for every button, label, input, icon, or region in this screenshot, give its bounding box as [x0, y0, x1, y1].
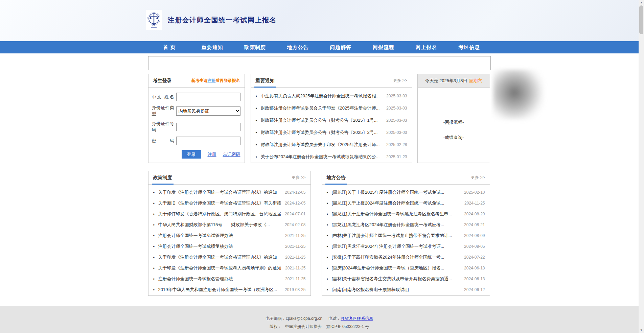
vertical-scrollbar[interactable]: ▲ ▼ — [639, 0, 644, 333]
scroll-up-arrow-icon[interactable]: ▲ — [639, 0, 644, 5]
local-item: • [黑龙江]黑龙江省2024年注册会计师全国统一考试准考证... 2024-0… — [322, 241, 490, 252]
notices-panel: 重要通知 更多 >> • 中注协有关负责人就2025年注册会计师全国统一考试报名… — [251, 74, 412, 163]
policy-item-link[interactable]: 注册会计师全国统一考试报名管理办法 — [158, 276, 282, 282]
bullet-icon: • — [256, 142, 261, 147]
local-more-link[interactable]: 更多 >> — [471, 175, 485, 181]
nav-item[interactable]: 重要通知 — [191, 41, 234, 53]
local-item-date: 2024-08-29 — [464, 212, 485, 216]
local-item-link[interactable]: [黑龙江]关于上报2025年度注册会计师全国统一考试免试... — [332, 189, 461, 195]
policy-item-link[interactable]: 注册会计师全国统一考试免试管理办法 — [158, 233, 282, 239]
local-item-link[interactable]: [吉林]关于吉林省报名考生交费以及申请开具报名费票据的通... — [332, 276, 461, 282]
local-item-link[interactable]: [重庆]2024年注册会计师全国统一考试（重庆地区）报名... — [332, 265, 461, 271]
contact-info-link[interactable]: 各省考区联系信息 — [341, 316, 373, 321]
policy-item-date: 2021-11-25 — [285, 233, 306, 238]
policy-item: • 关于印发《注册会计师全国统一考试应考人员考场守则》的通知 2021-11-2… — [148, 263, 310, 273]
bullet-icon: • — [256, 106, 261, 111]
password-input[interactable] — [176, 137, 240, 145]
nav-item[interactable]: 首 页 — [148, 41, 191, 53]
score-quick-link[interactable]: -成绩查询- — [418, 135, 490, 141]
id-type-select[interactable]: 内地居民身份证 — [176, 106, 240, 116]
nav-item[interactable]: 网上报名 — [405, 41, 448, 53]
local-item-link[interactable]: [黑龙江]关于上报2024年度注册会计师全国统一考试免试... — [332, 200, 461, 206]
scroll-down-arrow-icon[interactable]: ▼ — [639, 328, 644, 333]
nav-item[interactable]: 政策制度 — [234, 41, 277, 53]
flow-quick-link[interactable]: -网报流程- — [418, 119, 490, 125]
notice-item-date: 2025-01-23 — [386, 154, 407, 159]
policy-item-date: 2024-12-05 — [285, 201, 305, 206]
bullet-icon: • — [153, 255, 158, 260]
bullet-icon: • — [327, 266, 332, 271]
nav-item[interactable]: 问题解答 — [319, 41, 362, 53]
policy-item-date: 2021-11-25 — [285, 277, 306, 281]
policy-item: • 关于新旧《注册会计师全国统一考试合格证管理办法》有关衔接... 2024-1… — [148, 198, 310, 209]
scrollbar-thumb[interactable] — [639, 5, 643, 34]
policy-item: • 注册会计师全国统一考试报名管理办法 2021-11-25 — [148, 273, 310, 284]
login-subtitle: 新考生请注册后再登录报名 — [191, 78, 240, 84]
policies-more-link[interactable]: 更多 >> — [292, 175, 305, 181]
name-input[interactable] — [176, 93, 240, 101]
policy-item-link[interactable]: 关于印发《注册会计师全国统一考试合格证管理办法》的通知 — [158, 254, 282, 260]
policies-title-underline — [152, 184, 174, 185]
policy-item-date: 2024-12-05 — [285, 190, 305, 195]
local-item-link[interactable]: [黑龙江]黑龙江省2024年注册会计师全国统一考试准考证... — [332, 243, 461, 249]
notice-item: • 财政部注册会计师考试委员会关于印发《2025年注册会计师... 2025-0… — [251, 102, 412, 114]
notice-item-link[interactable]: 财政部注册会计师考试委员会关于印发《2025年注册会计师... — [261, 105, 383, 111]
policy-item-link[interactable]: 关于新旧《注册会计师全国统一考试合格证管理办法》有关衔接... — [158, 200, 282, 206]
local-item-link[interactable]: [吉林]关于注册会计师全国统一考试禁止携带不符合要求的计... — [332, 233, 461, 239]
id-number-input[interactable] — [176, 123, 240, 131]
policy-item: • 注册会计师全国统一考试成绩复核办法 2021-11-25 — [148, 241, 310, 252]
local-item-link[interactable]: [黑龙江]黑龙江考区2024年注册会计师全国统一考试应考... — [332, 222, 461, 228]
local-item-date: 2024-11-25 — [464, 201, 485, 206]
local-item: • [吉林]关于注册会计师全国统一考试禁止携带不符合要求的计... 2024-0… — [322, 230, 490, 241]
register-inline-link[interactable]: 注册 — [208, 78, 216, 83]
policy-item: • 关于修订印发《香港特别行政区、澳门特别行政区、台湾地区居... 2024-0… — [148, 209, 310, 219]
policy-item-link[interactable]: 注册会计师全国统一考试成绩复核办法 — [158, 243, 282, 249]
notice-item-date: 2025-02-28 — [386, 142, 407, 147]
policy-item-link[interactable]: 关于修订印发《香港特别行政区、澳门特别行政区、台湾地区居... — [158, 211, 282, 217]
policy-item-link[interactable]: 2019年中华人民共和国注册会计师全国统一考试（欧洲考区... — [158, 287, 282, 293]
policy-item-date: 2024-07-01 — [285, 212, 305, 216]
notice-item: • 财政部注册会计师考试委员会公告（财考公告〔2025〕1号... 2025-0… — [251, 114, 412, 126]
bullet-icon: • — [327, 212, 332, 217]
email-label: 电子邮箱： — [266, 316, 286, 321]
notice-item-link[interactable]: 财政部注册会计师考试委员会关于印发《2025年注册会计师... — [261, 142, 383, 148]
id-number-label: 身份证件号码 — [152, 121, 176, 133]
forgot-password-link[interactable]: 忘记密码 — [223, 151, 240, 158]
login-button[interactable]: 登录 — [182, 150, 201, 159]
local-item-link[interactable]: [黑龙江]关于注册会计师全国统一考试黑龙江考区报名考生申... — [332, 211, 461, 217]
bullet-icon: • — [256, 154, 261, 160]
local-item-date: 2024-07-22 — [464, 255, 485, 260]
local-item-date: 2024-08-21 — [464, 222, 485, 227]
policy-item-link[interactable]: 中华人民共和国财政部令第115号——财政部关于修改《... — [158, 222, 282, 228]
local-item-date: 2024-08-09 — [464, 233, 485, 238]
nav-item[interactable]: 考区信息 — [448, 41, 491, 53]
local-title-underline — [325, 184, 347, 185]
notice-item-link[interactable]: 财政部注册会计师考试委员会公告（财考公告〔2025〕1号... — [261, 117, 383, 123]
policy-item-link[interactable]: 关于印发《注册会计师全国统一考试应考人员考场守则》的通知 — [158, 265, 282, 271]
notices-more-link[interactable]: 更多 >> — [393, 78, 407, 84]
bullet-icon: • — [327, 255, 332, 260]
notice-item-link[interactable]: 中注协有关负责人就2025年注册会计师全国统一考试报名相... — [261, 93, 383, 99]
page: 注册会计师全国统一考试网上报名 首 页 重要通知 政策制度 地方公告 问题解答 … — [0, 0, 639, 333]
policy-item-link[interactable]: 关于印发《注册会计师全国统一考试合格证管理办法》的通知 — [158, 189, 282, 195]
bullet-icon: • — [153, 201, 158, 206]
policy-item-date: 2019-03-25 — [285, 287, 305, 292]
nav-item[interactable]: 网报流程 — [362, 41, 405, 53]
id-type-label: 身份证件类型 — [152, 105, 176, 117]
policy-item: • 注册会计师全国统一考试免试管理办法 2021-11-25 — [148, 230, 310, 241]
bullet-icon: • — [153, 287, 158, 292]
policy-item-date: 2021-11-25 — [285, 255, 306, 260]
notice-item-date: 2025-03-03 — [386, 118, 407, 123]
phone-label: 电话： — [328, 316, 341, 321]
bullet-icon: • — [153, 233, 158, 238]
notice-item-link[interactable]: 财政部注册会计师考试委员会公告（财考公告〔2025〕2号... — [261, 129, 383, 136]
login-title: 考生登录 — [153, 78, 172, 84]
local-item-date: 2024-08-05 — [464, 244, 485, 249]
local-item-link[interactable]: [安徽]关于下载打印安徽省2024年注册会计师全国统一考... — [332, 254, 461, 260]
register-link[interactable]: 注册 — [208, 151, 216, 158]
notice-item-date: 2025-03-03 — [386, 106, 407, 111]
nav-item[interactable]: 地方公告 — [276, 41, 319, 53]
notice-item-link[interactable]: 关于公布2024年注册会计师全国统一考试成绩复核结果的公... — [261, 154, 383, 160]
local-item: • [安徽]关于下载打印安徽省2024年注册会计师全国统一考... 2024-0… — [322, 252, 490, 263]
local-item-link[interactable]: [河南]河南考区报名费电子票据获取说明 — [332, 287, 461, 293]
